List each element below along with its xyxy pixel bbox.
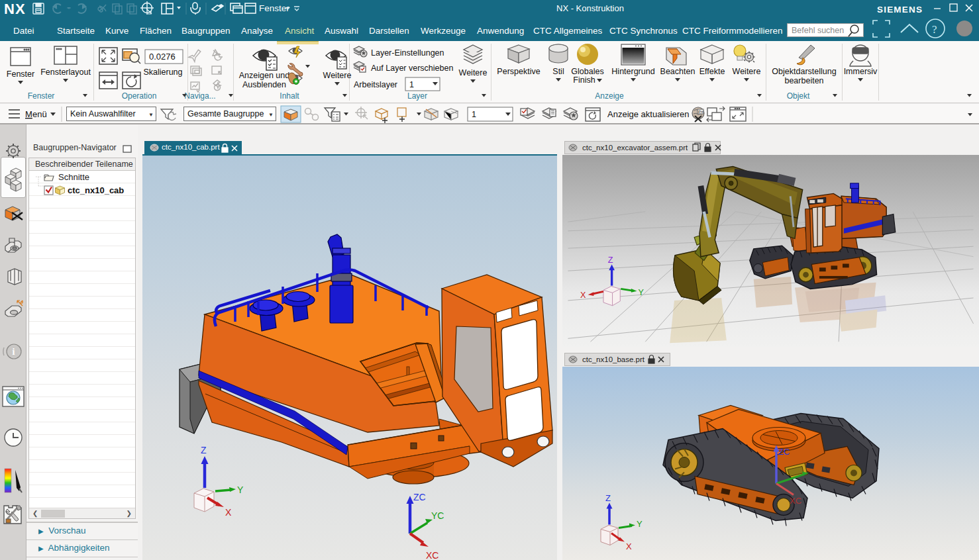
svg-text:Z: Z: [608, 256, 613, 265]
svg-text:Skalierung: Skalierung: [143, 68, 182, 77]
svg-text:Schnitte: Schnitte: [58, 172, 89, 182]
svg-text:Fensterlayout: Fensterlayout: [40, 68, 91, 77]
svg-text:Y: Y: [637, 519, 643, 529]
svg-text:0.0276: 0.0276: [149, 52, 176, 62]
svg-text:Fenster: Fenster: [259, 3, 289, 13]
svg-text:Y: Y: [237, 485, 244, 495]
svg-text:1: 1: [472, 110, 476, 119]
svg-text:?: ?: [932, 23, 937, 36]
svg-text:bearbeiten: bearbeiten: [784, 76, 823, 85]
svg-text:XC: XC: [426, 550, 438, 560]
svg-text:M: M: [25, 109, 32, 119]
svg-text:Auf Layer verschieben: Auf Layer verschieben: [371, 64, 453, 73]
svg-text:ZC: ZC: [778, 447, 790, 457]
svg-text:enü: enü: [32, 109, 47, 119]
svg-text:Anzeige aktualisieren: Anzeige aktualisieren: [607, 109, 690, 119]
svg-text:Stil: Stil: [552, 67, 564, 76]
svg-text:Ausblenden: Ausblenden: [242, 80, 286, 89]
svg-text:P=: P=: [698, 110, 703, 114]
svg-text:X: X: [580, 291, 586, 300]
svg-text:Perspektive: Perspektive: [497, 67, 540, 76]
svg-text:X: X: [225, 507, 232, 518]
svg-text:YC: YC: [431, 510, 444, 521]
svg-text:Weitere: Weitere: [733, 67, 761, 76]
svg-text:Z: Z: [201, 445, 207, 455]
svg-text:i: i: [13, 347, 15, 357]
svg-text:XC: XC: [790, 496, 801, 506]
svg-text:Beachten: Beachten: [660, 67, 696, 76]
svg-text:Arbeitslayer: Arbeitslayer: [354, 80, 397, 89]
svg-text:ctc_nx10_cab: ctc_nx10_cab: [68, 185, 124, 195]
svg-text:X: X: [626, 541, 632, 551]
svg-text:Effekte: Effekte: [699, 67, 725, 76]
svg-text:Weitere: Weitere: [459, 68, 488, 77]
svg-text:Y: Y: [639, 288, 644, 297]
svg-text:Z: Z: [605, 493, 611, 503]
svg-text:Hintergrund: Hintergrund: [611, 67, 654, 76]
svg-text:Anzeigen und: Anzeigen und: [239, 71, 290, 80]
svg-text:Immersiv: Immersiv: [844, 67, 878, 76]
svg-text:Weitere: Weitere: [323, 71, 352, 80]
svg-text:1: 1: [409, 80, 414, 89]
svg-text:Objektdarstellung: Objektdarstellung: [772, 67, 836, 76]
svg-text:Layer-Einstellungen: Layer-Einstellungen: [371, 48, 444, 58]
svg-text:Fenster: Fenster: [7, 70, 34, 79]
svg-text:Globales: Globales: [571, 67, 603, 76]
svg-text:Finish: Finish: [573, 75, 595, 85]
svg-text:ZC: ZC: [413, 492, 426, 502]
